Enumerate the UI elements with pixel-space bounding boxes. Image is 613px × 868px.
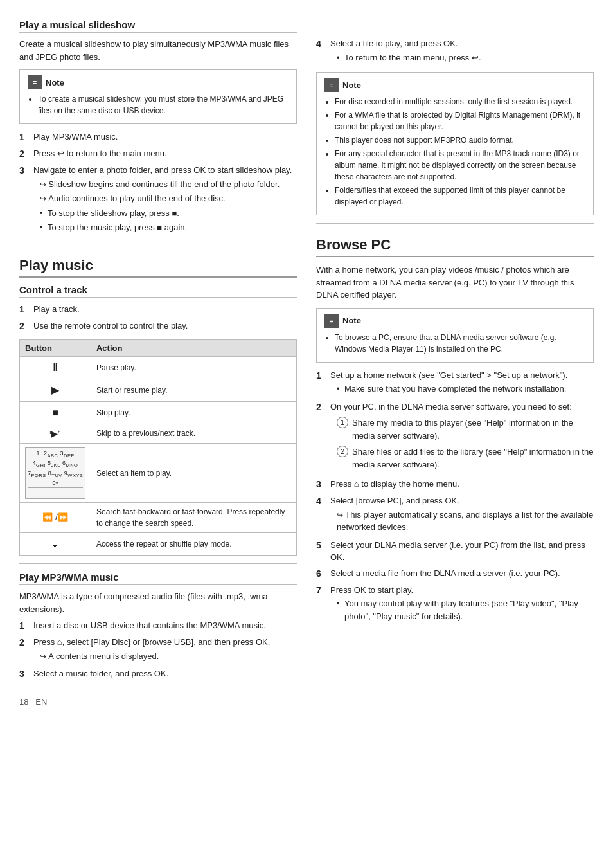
- browse-pc-note-list: To browse a PC, ensure that a DLNA media…: [324, 332, 585, 355]
- right-note-label: Note: [342, 80, 361, 90]
- play-mp3-steps: 1 Insert a disc or USB device that conta…: [19, 619, 297, 681]
- slideshow-note-header: = Note: [28, 75, 289, 89]
- slideshow-note-label: Note: [46, 78, 64, 87]
- right-note-2: For a WMA file that is protected by Digi…: [335, 109, 585, 132]
- right-note-1: For disc recorded in multiple sessions, …: [335, 96, 585, 107]
- browse-pc-step-4-subs: This player automatically scans, and dis…: [330, 509, 594, 534]
- action-search: Search fast-backward or fast-forward. Pr…: [91, 503, 296, 533]
- mp3-step-2: 2 Press ⌂, select [Play Disc] or [browse…: [19, 636, 297, 664]
- slideshow-note-box: = Note To create a musical slideshow, yo…: [19, 69, 297, 124]
- slideshow-step-1: 1 Play MP3/WMA music.: [19, 131, 297, 144]
- action-skip: Skip to a previous/next track.: [91, 424, 296, 444]
- browse-pc-note-label: Note: [342, 316, 361, 325]
- table-row: ▶ Start or resume play.: [20, 379, 297, 401]
- browse-pc-note-box: = Note To browse a PC, ensure that a DLN…: [316, 308, 594, 363]
- control-step-2: 2 Use the remote control to control the …: [19, 320, 297, 333]
- browse-pc-step-2-subs: 1 Share my media to this player (see "He…: [330, 417, 594, 471]
- play-music-title: Play music: [19, 257, 297, 278]
- play-mp3-description: MP3/WMA is a type of compressed audio fi…: [19, 590, 297, 615]
- action-stop: Stop play.: [91, 401, 296, 424]
- slideshow-step-3: 3 Navigate to enter a photo folder, and …: [19, 164, 297, 236]
- browse-pc-sub-7-1: You may control play with play features …: [337, 597, 594, 622]
- step4-continuation: 4 Select a file to play, and press OK. T…: [316, 37, 594, 66]
- action-play: Start or resume play.: [91, 379, 296, 401]
- step4-sub-1: To return to the main menu, press ↩.: [337, 51, 594, 64]
- action-repeat: Access the repeat or shuffle play mode.: [91, 533, 296, 556]
- right-column: 4 Select a file to play, and press OK. T…: [316, 13, 594, 684]
- browse-pc-step-1-subs: Make sure that you have completed the ne…: [330, 383, 594, 395]
- page-number: 18: [19, 697, 28, 707]
- browse-pc-step-5: 5 Select your DLNA media server (i.e. yo…: [316, 539, 594, 564]
- browse-pc-steps: 1 Set up a home network (see "Get starte…: [316, 369, 594, 625]
- table-row: ■ Stop play.: [20, 401, 297, 424]
- browse-pc-sub-1-1: Make sure that you have completed the ne…: [337, 383, 594, 395]
- right-note-5: Folders/files that exceed the supported …: [335, 185, 585, 208]
- slideshow-sub-4: To stop the music play, press ■ again.: [40, 221, 297, 234]
- slideshow-step-3-subs: Slideshow begins and continues till the …: [33, 178, 297, 234]
- action-table: Button Action Ⅱ Pause play. ▶ Start or r…: [19, 339, 297, 556]
- note-icon-right: =: [324, 78, 339, 92]
- page-footer: 18 EN: [19, 697, 594, 707]
- browse-pc-step-6: 6 Select a media file from the DLNA medi…: [316, 567, 594, 581]
- browse-pc-sub-2-1: 1 Share my media to this player (see "He…: [337, 417, 594, 442]
- left-column: Play a musical slideshow Create a musica…: [19, 13, 297, 684]
- control-track-steps: 1 Play a track. 2 Use the remote control…: [19, 303, 297, 333]
- col-action: Action: [91, 339, 296, 356]
- table-row: 1 2ABC 3DEF 4GHI 5JKL 6MNO 7PQRS 8TUV 9W…: [20, 444, 297, 503]
- slideshow-sub-3: To stop the slideshow play, press ■.: [40, 207, 297, 220]
- btn-stop: ■: [20, 401, 91, 424]
- right-note-box: = Note For disc recorded in multiple ses…: [316, 72, 594, 215]
- play-mp3-title: Play MP3/WMA music: [19, 572, 297, 585]
- slideshow-note-list: To create a musical slideshow, you must …: [28, 93, 289, 116]
- right-note-header: = Note: [324, 78, 585, 92]
- control-step-1: 1 Play a track.: [19, 303, 297, 316]
- browse-pc-step-3: 3 Press ⌂ to display the home menu.: [316, 478, 594, 491]
- table-row: ⭳ Access the repeat or shuffle play mode…: [20, 533, 297, 556]
- browse-pc-sub-4-1: This player automatically scans, and dis…: [337, 509, 594, 534]
- page-lang: EN: [35, 697, 47, 707]
- mp3-step-3: 3 Select a music folder, and press OK.: [19, 667, 297, 681]
- browse-pc-step-1: 1 Set up a home network (see "Get starte…: [316, 369, 594, 397]
- right-note-3: This player does not support MP3PRO audi…: [335, 134, 585, 146]
- browse-pc-title: Browse PC: [316, 237, 594, 257]
- col-button: Button: [20, 339, 91, 356]
- browse-pc-step-7: 7 Press OK to start play. You may contro…: [316, 584, 594, 625]
- btn-repeat: ⭳: [20, 533, 91, 556]
- mp3-step-1: 1 Insert a disc or USB device that conta…: [19, 619, 297, 633]
- browse-pc-step-7-subs: You may control play with play features …: [330, 597, 594, 622]
- right-note-list: For disc recorded in multiple sessions, …: [324, 96, 585, 208]
- right-note-4: For any special character that is presen…: [335, 148, 585, 183]
- browse-pc-sub-2-2: 2 Share files or add files to the librar…: [337, 446, 594, 471]
- action-pause: Pause play.: [91, 356, 296, 379]
- right-step-4: 4 Select a file to play, and press OK. T…: [316, 37, 594, 66]
- mp3-step-2-subs: A contents menu is displayed.: [33, 650, 297, 663]
- slideshow-sub-1: Slideshow begins and continues till the …: [40, 178, 297, 191]
- note-icon-browse: =: [324, 314, 339, 328]
- slideshow-title: Play a musical slideshow: [19, 19, 297, 33]
- browse-pc-note-header: = Note: [324, 314, 585, 328]
- browse-pc-description: With a home network, you can play videos…: [316, 264, 594, 302]
- slideshow-steps: 1 Play MP3/WMA music. 2 Press ↩ to retur…: [19, 131, 297, 236]
- browse-pc-step-2: 2 On your PC, in the DLNA media server s…: [316, 401, 594, 475]
- btn-play: ▶: [20, 379, 91, 401]
- table-row: ⏪ /⏩ Search fast-backward or fast-forwar…: [20, 503, 297, 533]
- slideshow-sub-2: Audio continues to play until the end of…: [40, 192, 297, 205]
- table-row: Ⅱ Pause play.: [20, 356, 297, 379]
- browse-pc-note-1: To browse a PC, ensure that a DLNA media…: [335, 332, 585, 355]
- note-icon: =: [28, 75, 42, 89]
- mp3-sub-1: A contents menu is displayed.: [40, 650, 297, 663]
- slideshow-description: Create a musical slideshow to play simul…: [19, 38, 297, 63]
- btn-numpad: 1 2ABC 3DEF 4GHI 5JKL 6MNO 7PQRS 8TUV 9W…: [20, 444, 91, 503]
- slideshow-step-2: 2 Press ↩ to return to the main menu.: [19, 147, 297, 161]
- btn-search: ⏪ /⏩: [20, 503, 91, 533]
- step4-subs: To return to the main menu, press ↩.: [330, 51, 594, 64]
- table-row: ᑊ▶ᑋ Skip to a previous/next track.: [20, 424, 297, 444]
- control-track-title: Control a track: [19, 284, 297, 298]
- action-select-item: Select an item to play.: [91, 444, 296, 503]
- slideshow-note-item-1: To create a musical slideshow, you must …: [38, 93, 289, 116]
- browse-pc-step-4: 4 Select [browse PC], and press OK. This…: [316, 494, 594, 536]
- numpad-image: 1 2ABC 3DEF 4GHI 5JKL 6MNO 7PQRS 8TUV 9W…: [25, 447, 85, 499]
- btn-skip: ᑊ▶ᑋ: [20, 424, 91, 444]
- btn-pause: Ⅱ: [20, 356, 91, 379]
